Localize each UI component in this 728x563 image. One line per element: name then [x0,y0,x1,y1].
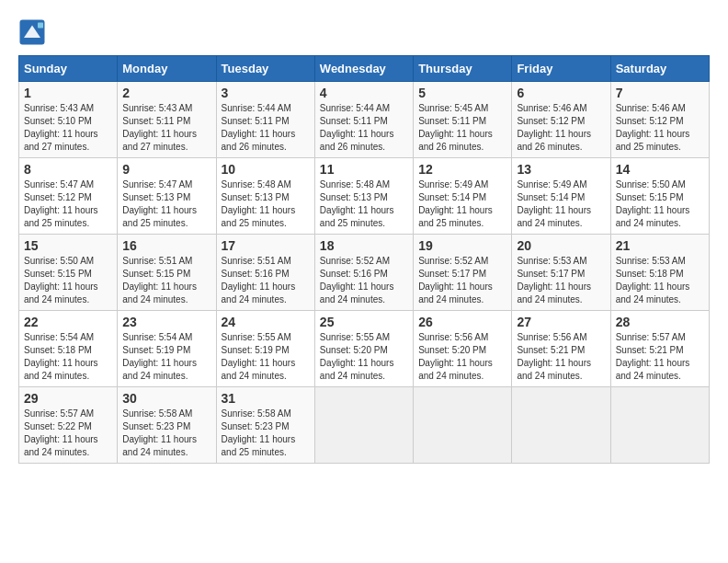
calendar-cell [512,387,610,464]
day-number: 11 [320,162,408,177]
calendar-cell: 13Sunrise: 5:49 AM Sunset: 5:14 PM Dayli… [512,158,610,235]
day-info: Sunrise: 5:49 AM Sunset: 5:14 PM Dayligh… [517,178,605,230]
calendar-cell: 22Sunrise: 5:54 AM Sunset: 5:18 PM Dayli… [19,311,118,387]
day-info: Sunrise: 5:54 AM Sunset: 5:19 PM Dayligh… [122,331,210,383]
svg-rect-2 [38,23,43,29]
calendar-cell: 17Sunrise: 5:51 AM Sunset: 5:16 PM Dayli… [216,235,314,311]
day-number: 1 [24,86,112,100]
day-info: Sunrise: 5:58 AM Sunset: 5:23 PM Dayligh… [122,408,210,459]
logo-icon [18,18,46,46]
calendar-cell [610,387,709,464]
day-number: 16 [122,238,210,253]
day-info: Sunrise: 5:53 AM Sunset: 5:18 PM Dayligh… [616,255,704,306]
day-info: Sunrise: 5:54 AM Sunset: 5:18 PM Dayligh… [24,331,112,383]
day-number: 24 [222,315,310,329]
calendar-cell: 10Sunrise: 5:48 AM Sunset: 5:13 PM Dayli… [216,158,314,235]
day-info: Sunrise: 5:44 AM Sunset: 5:11 PM Dayligh… [222,102,310,154]
col-header-tuesday: Tuesday [216,56,314,82]
day-number: 6 [517,86,605,100]
day-number: 8 [24,162,112,177]
day-info: Sunrise: 5:46 AM Sunset: 5:12 PM Dayligh… [517,102,605,154]
day-info: Sunrise: 5:43 AM Sunset: 5:11 PM Dayligh… [122,102,210,154]
day-info: Sunrise: 5:52 AM Sunset: 5:17 PM Dayligh… [418,255,506,306]
day-info: Sunrise: 5:50 AM Sunset: 5:15 PM Dayligh… [616,178,704,230]
day-number: 25 [320,315,408,329]
day-info: Sunrise: 5:57 AM Sunset: 5:21 PM Dayligh… [616,331,704,383]
day-number: 20 [517,238,605,253]
week-row-5: 29Sunrise: 5:57 AM Sunset: 5:22 PM Dayli… [19,387,710,464]
col-header-monday: Monday [118,56,216,82]
calendar-cell: 24Sunrise: 5:55 AM Sunset: 5:19 PM Dayli… [216,311,314,387]
calendar-cell: 12Sunrise: 5:49 AM Sunset: 5:14 PM Dayli… [414,158,512,235]
day-number: 7 [616,86,704,100]
calendar-header: SundayMondayTuesdayWednesdayThursdayFrid… [19,56,710,82]
calendar-cell: 31Sunrise: 5:58 AM Sunset: 5:23 PM Dayli… [216,387,314,464]
header-row: SundayMondayTuesdayWednesdayThursdayFrid… [19,56,710,82]
day-number: 22 [24,315,112,329]
calendar-cell: 19Sunrise: 5:52 AM Sunset: 5:17 PM Dayli… [414,235,512,311]
day-number: 28 [616,315,704,329]
calendar-cell: 8Sunrise: 5:47 AM Sunset: 5:12 PM Daylig… [19,158,118,235]
day-info: Sunrise: 5:51 AM Sunset: 5:16 PM Dayligh… [222,255,310,306]
calendar-cell: 5Sunrise: 5:45 AM Sunset: 5:11 PM Daylig… [414,82,512,158]
day-info: Sunrise: 5:51 AM Sunset: 5:15 PM Dayligh… [122,255,210,306]
day-info: Sunrise: 5:44 AM Sunset: 5:11 PM Dayligh… [320,102,408,154]
calendar-cell: 20Sunrise: 5:53 AM Sunset: 5:17 PM Dayli… [512,235,610,311]
day-info: Sunrise: 5:50 AM Sunset: 5:15 PM Dayligh… [24,255,112,306]
day-info: Sunrise: 5:45 AM Sunset: 5:11 PM Dayligh… [418,102,506,154]
day-info: Sunrise: 5:43 AM Sunset: 5:10 PM Dayligh… [24,102,112,154]
week-row-3: 15Sunrise: 5:50 AM Sunset: 5:15 PM Dayli… [19,235,710,311]
day-info: Sunrise: 5:48 AM Sunset: 5:13 PM Dayligh… [320,178,408,230]
calendar-cell: 16Sunrise: 5:51 AM Sunset: 5:15 PM Dayli… [118,235,216,311]
day-info: Sunrise: 5:56 AM Sunset: 5:21 PM Dayligh… [517,331,605,383]
calendar-body: 1Sunrise: 5:43 AM Sunset: 5:10 PM Daylig… [19,82,710,464]
day-number: 31 [222,391,310,406]
day-number: 13 [517,162,605,177]
week-row-1: 1Sunrise: 5:43 AM Sunset: 5:10 PM Daylig… [19,82,710,158]
calendar-cell: 7Sunrise: 5:46 AM Sunset: 5:12 PM Daylig… [610,82,709,158]
day-number: 14 [616,162,704,177]
week-row-4: 22Sunrise: 5:54 AM Sunset: 5:18 PM Dayli… [19,311,710,387]
calendar-cell: 30Sunrise: 5:58 AM Sunset: 5:23 PM Dayli… [118,387,216,464]
day-info: Sunrise: 5:52 AM Sunset: 5:16 PM Dayligh… [320,255,408,306]
day-number: 4 [320,86,408,100]
calendar-cell: 4Sunrise: 5:44 AM Sunset: 5:11 PM Daylig… [314,82,413,158]
day-info: Sunrise: 5:57 AM Sunset: 5:22 PM Dayligh… [24,408,112,459]
day-info: Sunrise: 5:47 AM Sunset: 5:12 PM Dayligh… [24,178,112,230]
col-header-saturday: Saturday [610,56,709,82]
calendar-cell: 9Sunrise: 5:47 AM Sunset: 5:13 PM Daylig… [118,158,216,235]
calendar-cell [414,387,512,464]
col-header-thursday: Thursday [414,56,512,82]
day-number: 2 [122,86,210,100]
calendar-cell: 26Sunrise: 5:56 AM Sunset: 5:20 PM Dayli… [414,311,512,387]
day-number: 9 [122,162,210,177]
calendar-cell: 28Sunrise: 5:57 AM Sunset: 5:21 PM Dayli… [610,311,709,387]
day-info: Sunrise: 5:47 AM Sunset: 5:13 PM Dayligh… [122,178,210,230]
calendar-cell: 6Sunrise: 5:46 AM Sunset: 5:12 PM Daylig… [512,82,610,158]
day-number: 23 [122,315,210,329]
week-row-2: 8Sunrise: 5:47 AM Sunset: 5:12 PM Daylig… [19,158,710,235]
day-info: Sunrise: 5:56 AM Sunset: 5:20 PM Dayligh… [418,331,506,383]
day-number: 26 [418,315,506,329]
day-number: 15 [24,238,112,253]
day-info: Sunrise: 5:55 AM Sunset: 5:20 PM Dayligh… [320,331,408,383]
calendar-cell: 27Sunrise: 5:56 AM Sunset: 5:21 PM Dayli… [512,311,610,387]
day-info: Sunrise: 5:49 AM Sunset: 5:14 PM Dayligh… [418,178,506,230]
calendar-cell: 21Sunrise: 5:53 AM Sunset: 5:18 PM Dayli… [610,235,709,311]
day-number: 3 [222,86,310,100]
calendar-cell: 25Sunrise: 5:55 AM Sunset: 5:20 PM Dayli… [314,311,413,387]
calendar-cell: 1Sunrise: 5:43 AM Sunset: 5:10 PM Daylig… [19,82,118,158]
day-number: 17 [222,238,310,253]
logo [18,18,50,46]
day-info: Sunrise: 5:48 AM Sunset: 5:13 PM Dayligh… [222,178,310,230]
calendar-cell: 11Sunrise: 5:48 AM Sunset: 5:13 PM Dayli… [314,158,413,235]
day-info: Sunrise: 5:53 AM Sunset: 5:17 PM Dayligh… [517,255,605,306]
day-number: 12 [418,162,506,177]
col-header-friday: Friday [512,56,610,82]
calendar-cell: 18Sunrise: 5:52 AM Sunset: 5:16 PM Dayli… [314,235,413,311]
day-number: 27 [517,315,605,329]
day-number: 5 [418,86,506,100]
day-info: Sunrise: 5:58 AM Sunset: 5:23 PM Dayligh… [222,408,310,459]
day-number: 18 [320,238,408,253]
calendar-cell: 15Sunrise: 5:50 AM Sunset: 5:15 PM Dayli… [19,235,118,311]
